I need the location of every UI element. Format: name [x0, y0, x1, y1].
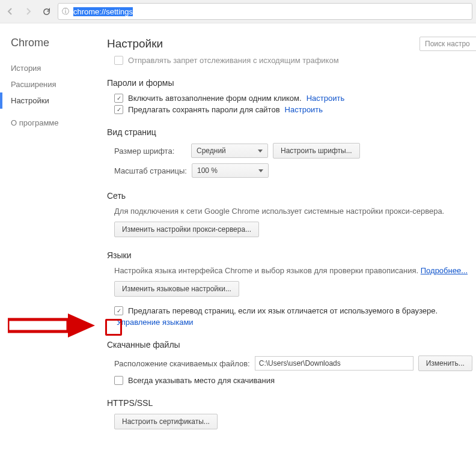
sidebar-item-settings[interactable]: Настройки: [11, 92, 101, 109]
font-size-label: Размер шрифта:: [114, 147, 186, 156]
content-pane: Настройки Поиск настро Отправлять запрет…: [101, 23, 476, 463]
language-settings-button[interactable]: Изменить языковые настройки...: [114, 281, 239, 297]
savepw-checkbox[interactable]: [114, 105, 123, 114]
section-network: Сеть: [107, 191, 476, 201]
settings-search-input[interactable]: Поиск настро: [420, 37, 476, 51]
autofill-configure-link[interactable]: Настроить: [307, 94, 345, 103]
customize-fonts-button[interactable]: Настроить шрифты...: [273, 143, 360, 159]
sidebar-item-about[interactable]: О программе: [11, 115, 101, 131]
translate-label: Предлагать перевод страниц, если их язык…: [128, 306, 438, 315]
page-title: Настройки: [107, 37, 163, 50]
zoom-select[interactable]: 100 %: [192, 163, 269, 178]
tracking-label: Отправлять запрет отслеживания с исходящ…: [128, 56, 339, 65]
savepw-configure-link[interactable]: Настроить: [285, 105, 323, 114]
proxy-settings-button[interactable]: Изменить настройки прокси-сервера...: [114, 222, 259, 237]
autofill-label: Включить автозаполнение форм одним клико…: [128, 94, 302, 103]
certificates-button[interactable]: Настроить сертификаты...: [114, 414, 218, 429]
section-downloads: Скачанные файлы: [107, 340, 476, 350]
manage-languages-link[interactable]: Управление языками: [117, 318, 194, 327]
zoom-label: Масштаб страницы:: [114, 166, 187, 175]
section-languages: Языки: [107, 250, 476, 260]
section-passwords: Пароли и формы: [107, 78, 476, 88]
autofill-checkbox[interactable]: [114, 94, 123, 103]
ask-location-checkbox[interactable]: [114, 376, 123, 385]
browser-toolbar: ⓘ: [0, 0, 476, 23]
chevron-down-icon: [258, 150, 263, 153]
url-input[interactable]: [72, 7, 468, 17]
download-path-label: Расположение скачиваемых файлов:: [114, 359, 250, 368]
translate-checkbox[interactable]: [114, 306, 123, 315]
sidebar-title: Chrome: [11, 37, 101, 49]
languages-desc: Настройка языка интерфейса Chrome и выбо…: [114, 266, 476, 275]
chevron-down-icon: [258, 169, 263, 172]
back-icon[interactable]: [4, 5, 17, 18]
font-size-select[interactable]: Средний: [191, 144, 268, 158]
tracking-checkbox[interactable]: [114, 56, 123, 65]
info-icon: ⓘ: [62, 7, 69, 17]
ask-location-label: Всегда указывать место для скачивания: [128, 376, 275, 385]
sidebar: Chrome История Расширения Настройки О пр…: [0, 23, 101, 463]
address-bar[interactable]: ⓘ: [58, 3, 472, 20]
section-appearance: Вид страниц: [107, 127, 476, 137]
sidebar-item-history[interactable]: История: [11, 60, 101, 76]
reload-icon[interactable]: [40, 5, 53, 18]
section-ssl: HTTPS/SSL: [107, 398, 476, 408]
savepw-label: Предлагать сохранять пароли для сайтов: [128, 105, 280, 114]
sidebar-item-extensions[interactable]: Расширения: [11, 76, 101, 92]
forward-icon[interactable]: [22, 5, 35, 18]
change-download-button[interactable]: Изменить...: [418, 356, 472, 371]
download-path-input[interactable]: [255, 356, 413, 371]
languages-more-link[interactable]: Подробнее...: [421, 266, 468, 275]
network-desc: Для подключения к сети Google Chrome исп…: [114, 207, 476, 216]
